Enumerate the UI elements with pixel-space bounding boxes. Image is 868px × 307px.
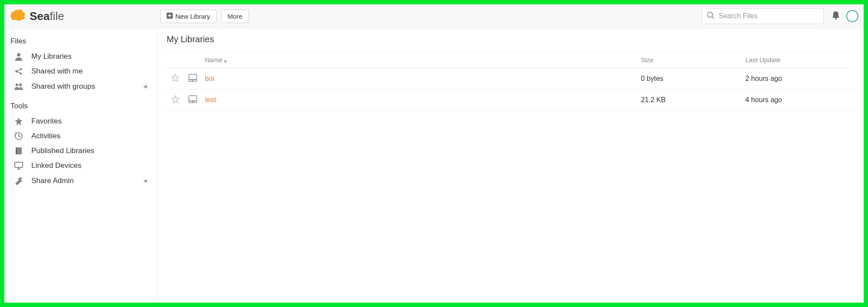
sidebar-item-share-admin[interactable]: Share Admin ◂ (10, 173, 156, 188)
column-header-name[interactable]: Name▲ (201, 52, 637, 68)
sidebar-section-files: Files (10, 37, 156, 46)
plus-icon (167, 13, 173, 20)
sidebar-item-my-libraries[interactable]: My Libraries (10, 49, 156, 64)
star-outline-icon[interactable] (171, 97, 179, 104)
search-icon (707, 11, 714, 21)
sidebar-item-label: Shared with groups (31, 82, 95, 91)
svg-point-7 (15, 70, 18, 73)
search-input[interactable] (719, 12, 819, 20)
logo-text: Seafile (30, 10, 64, 23)
column-header-size[interactable]: Size (637, 52, 742, 68)
svg-rect-16 (15, 162, 23, 167)
wrench-icon (13, 177, 24, 185)
svg-line-4 (712, 17, 714, 19)
page-title: My Libraries (167, 34, 855, 49)
sidebar-item-label: Favorites (31, 117, 62, 126)
more-label: More (228, 13, 242, 20)
table-row[interactable]: boi 0 bytes 2 hours ago (167, 68, 855, 90)
sidebar-item-label: Share Admin (31, 177, 74, 185)
logo-icon (9, 8, 26, 24)
new-library-label: New Library (175, 13, 210, 20)
svg-line-11 (17, 72, 20, 73)
sidebar-item-shared-with-me[interactable]: Shared with me (10, 64, 156, 79)
group-icon (13, 82, 24, 91)
svg-point-6 (17, 53, 20, 57)
logo[interactable]: Seafile (9, 8, 157, 24)
sidebar-item-label: Linked Devices (31, 161, 81, 170)
svg-point-5 (835, 18, 837, 20)
library-last-update: 2 hours ago (742, 68, 855, 90)
sidebar-item-published-libraries[interactable]: Published Libraries (10, 143, 156, 158)
sidebar-item-linked-devices[interactable]: Linked Devices (10, 158, 156, 173)
sidebar-item-label: Published Libraries (31, 147, 94, 155)
svg-point-8 (20, 68, 22, 70)
notifications-icon[interactable] (831, 10, 840, 22)
person-icon (13, 52, 24, 61)
sidebar-item-label: Activities (31, 132, 60, 140)
library-size: 21.2 KB (637, 90, 742, 111)
main-content: My Libraries Name▲ Size Last Update (158, 28, 864, 303)
search-box[interactable] (702, 8, 824, 24)
avatar[interactable] (846, 10, 858, 22)
library-link[interactable]: test (205, 96, 216, 103)
sidebar-item-label: Shared with me (31, 67, 83, 76)
book-icon (13, 147, 24, 155)
more-button[interactable]: More (221, 10, 249, 23)
svg-point-13 (19, 83, 22, 86)
sidebar: Files My Libraries Shared wit (4, 28, 158, 303)
column-header-last-update[interactable]: Last Update (742, 52, 855, 68)
caret-left-icon: ◂ (143, 176, 147, 185)
sidebar-item-label: My Libraries (31, 52, 72, 61)
library-size: 0 bytes (637, 68, 742, 90)
library-last-update: 4 hours ago (742, 90, 855, 111)
svg-rect-15 (16, 147, 17, 154)
caret-left-icon: ◂ (143, 82, 147, 91)
clock-icon (13, 132, 24, 140)
sidebar-item-activities[interactable]: Activities (10, 129, 156, 143)
svg-point-3 (707, 12, 713, 17)
svg-point-9 (20, 73, 22, 75)
svg-point-12 (16, 83, 18, 86)
table-row[interactable]: test 21.2 KB 4 hours ago (167, 90, 855, 111)
sort-asc-icon: ▲ (223, 58, 228, 63)
library-link[interactable]: boi (205, 75, 214, 82)
monitor-icon (13, 161, 24, 170)
sidebar-item-favorites[interactable]: Favorites (10, 114, 156, 129)
new-library-button[interactable]: New Library (160, 10, 217, 23)
library-icon (188, 76, 198, 83)
svg-line-10 (17, 70, 20, 71)
share-icon (13, 67, 24, 76)
svg-rect-19 (189, 74, 197, 80)
sidebar-section-tools: Tools (10, 102, 156, 110)
sidebar-item-shared-with-groups[interactable]: Shared with groups ◂ (10, 79, 156, 94)
star-outline-icon[interactable] (171, 76, 179, 83)
libraries-table: Name▲ Size Last Update (167, 51, 855, 111)
svg-rect-22 (189, 96, 197, 101)
star-icon (13, 117, 24, 126)
library-icon (188, 97, 198, 105)
svg-rect-2 (168, 15, 171, 16)
